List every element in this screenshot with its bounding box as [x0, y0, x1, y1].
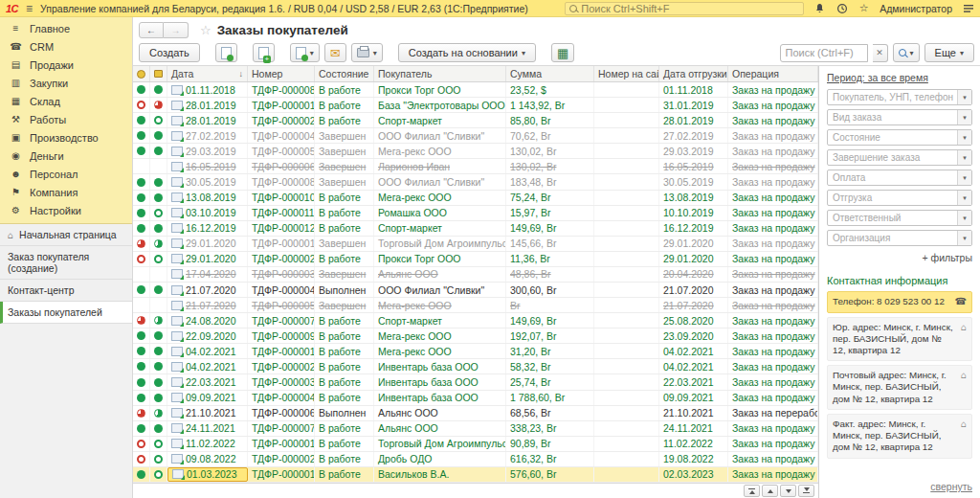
table-row[interactable]: 22.03.2021ТДФР-000003В работеИнвентарь б…	[133, 374, 818, 390]
history-icon[interactable]	[835, 2, 848, 14]
clear-search-button[interactable]: ✕	[873, 44, 888, 62]
more-button[interactable]: Еще▾	[924, 43, 974, 62]
table-row[interactable]: 29.03.2019ТДФР-000005ЗавершенМега-рекс О…	[133, 144, 818, 159]
filter-dropdown-button[interactable]: ▾	[957, 150, 971, 165]
current-user[interactable]: Администратор	[880, 3, 952, 14]
table-row[interactable]: 16.12.2019ТДФР-000012В работеСпорт-марке…	[133, 221, 818, 237]
go-to-bottom-button[interactable]	[798, 485, 814, 497]
table-row[interactable]: 22.09.2020ТДФР-000009В работеМега-рекс О…	[133, 328, 818, 344]
service-menu-icon[interactable]	[962, 2, 974, 14]
table-row[interactable]: 30.05.2019ТДФР-000008ЗавершенООО Филиал …	[133, 174, 818, 190]
table-row[interactable]: 09.08.2022ТДФР-000002В работеДробь ОДО61…	[133, 452, 818, 467]
filter-dropdown-button[interactable]: ▾	[957, 90, 971, 104]
filter-input[interactable]: Завершение заказа	[827, 149, 972, 166]
go-to-top-button[interactable]	[744, 485, 760, 497]
table-row[interactable]: 24.08.2020ТДФР-000007В работеСпорт-марке…	[133, 313, 818, 328]
table-row[interactable]: 29.01.2020ТДФР-000001ЗавершенТорговый До…	[133, 237, 818, 252]
sidebar-item-main[interactable]: ≡Главное	[0, 19, 132, 37]
favorites-star-icon[interactable]: ☆	[858, 2, 870, 14]
table-row[interactable]: 09.09.2021ТДФР-000004В работеИнвентарь б…	[133, 391, 818, 406]
column-header-state[interactable]: Состояние	[315, 66, 374, 81]
collapse-panel-link[interactable]: свернуть	[827, 477, 972, 494]
filter-dropdown-button[interactable]: ▾	[957, 231, 971, 245]
sidebar-item-works[interactable]: ⚒Работы	[0, 110, 132, 128]
contact-card[interactable]: Телефон: 8 029 523 00 12☎	[827, 291, 972, 313]
sidebar-item-warehouse[interactable]: ▦Склад	[0, 92, 132, 110]
sidebar-item-crm[interactable]: ☎CRM	[0, 37, 132, 56]
page-favorite-star-icon[interactable]: ☆	[200, 23, 212, 37]
create-button[interactable]: Создать	[139, 43, 200, 62]
sidebar-item-purchases[interactable]: ▥Закупки	[0, 74, 132, 92]
table-row[interactable]: 11.02.2022ТДФР-000001В работеТорговый До…	[133, 437, 818, 452]
filter-input[interactable]: Вид заказа	[827, 109, 972, 125]
table-row[interactable]: 01.03.2023ТДФР-000001В работеВасильков В…	[133, 467, 818, 483]
column-header-pay[interactable]	[133, 66, 150, 81]
table-row[interactable]: 04.02.2021ТДФР-000002В работеИнвентарь б…	[133, 359, 818, 374]
sidebar-item-production[interactable]: ▣Производство	[0, 128, 132, 147]
filter-input[interactable]: Отгрузка	[827, 190, 972, 206]
filter-input[interactable]: Организация	[827, 230, 972, 246]
table-row[interactable]: 28.01.2019ТДФР-000001В работеБаза "Элект…	[133, 98, 818, 113]
open-window-order-create[interactable]: Заказ покупателя (создание)	[0, 246, 132, 280]
column-header-number[interactable]: Номер	[248, 66, 315, 81]
create-new-list-button[interactable]	[215, 43, 237, 62]
sidebar-item-sales[interactable]: ▤Продажи	[0, 56, 132, 74]
sidebar-item-settings[interactable]: ⚙Настройки	[0, 201, 132, 219]
table-row[interactable]: 03.10.2019ТДФР-000011В работеРомашка ООО…	[133, 206, 818, 221]
table-row[interactable]: 21.07.2020ТДФР-000005ЗавершенМега-рекс О…	[133, 298, 818, 313]
open-window-contact-center[interactable]: Контакт-центр	[0, 280, 132, 302]
column-header-date[interactable]: Дата↓	[167, 66, 248, 81]
main-menu-icon[interactable]: ≡	[26, 2, 33, 15]
table-row[interactable]: 01.11.2018ТДФР-000008В работеПрокси Торг…	[133, 82, 818, 98]
forward-button[interactable]: →	[164, 22, 189, 38]
column-header-customer[interactable]: Покупатель	[374, 66, 506, 81]
global-search-input[interactable]: Поиск Ctrl+Shift+F	[565, 2, 804, 15]
column-header-sum[interactable]: Сумма	[506, 66, 594, 81]
table-row[interactable]: 21.07.2020ТДФР-000004ВыполненООО Филиал …	[133, 283, 818, 298]
filter-input[interactable]: Оплата	[827, 170, 972, 186]
period-link[interactable]: Период: за все время	[827, 72, 972, 83]
filter-input[interactable]: Состояние	[827, 129, 972, 146]
row-down-button[interactable]	[780, 485, 796, 497]
send-email-button[interactable]: ✉	[324, 43, 346, 62]
file-menu-button[interactable]: ▾	[290, 43, 320, 62]
contact-card[interactable]: Почтовый адрес: Минск, г. Минск, пер. БА…	[827, 365, 972, 410]
table-row[interactable]: 16.05.2019ТДФР-000006ЗавершенЛарионов Ив…	[133, 159, 818, 174]
table-row[interactable]: 21.10.2021ТДФР-000006ВыполненАльянс ООО6…	[133, 406, 818, 421]
table-row[interactable]: 27.02.2019ТДФР-000004ЗавершенООО Филиал …	[133, 128, 818, 144]
filter-dropdown-button[interactable]: ▾	[957, 191, 971, 205]
create-group-button[interactable]	[253, 43, 275, 62]
notifications-bell-icon[interactable]	[813, 2, 826, 14]
contact-card[interactable]: Факт. адрес: Минск, г. Минск, пер. БАЗИС…	[827, 414, 972, 459]
back-button[interactable]: ←	[139, 22, 164, 38]
export-table-button[interactable]: ▦	[551, 43, 574, 62]
column-header-site[interactable]: Номер на сайте	[594, 66, 659, 81]
search-settings-button[interactable]: ▾	[893, 43, 920, 62]
sidebar-item-company[interactable]: ⚑Компания	[0, 183, 132, 201]
more-filters-link[interactable]: + фильтры	[827, 252, 972, 263]
filter-dropdown-button[interactable]: ▾	[957, 110, 971, 124]
table-row[interactable]: 13.08.2019ТДФР-000010В работеМега-рекс О…	[133, 191, 818, 206]
column-header-ship[interactable]	[150, 66, 167, 81]
filter-input[interactable]: Ответственный	[827, 210, 972, 226]
open-window-customer-orders[interactable]: Заказы покупателей	[0, 302, 132, 324]
column-header-shipdate[interactable]: Дата отгрузки	[659, 66, 728, 81]
list-search-input[interactable]: Поиск (Ctrl+F)	[780, 44, 868, 62]
filter-dropdown-button[interactable]: ▾	[957, 170, 971, 185]
open-window-home[interactable]: ⌂Начальная страница	[0, 224, 132, 246]
sidebar-item-money[interactable]: ◉Деньги	[0, 147, 132, 165]
table-row[interactable]: 04.02.2021ТДФР-000001В работеМега-рекс О…	[133, 344, 818, 359]
print-menu-button[interactable]: ▾	[351, 43, 383, 62]
create-based-on-button[interactable]: Создать на основании▾	[398, 43, 536, 62]
filter-dropdown-button[interactable]: ▾	[957, 211, 971, 225]
table-row[interactable]: 17.04.2020ТДФР-000003ЗавершенАльянс ООО4…	[133, 267, 818, 283]
row-up-button[interactable]	[762, 485, 778, 497]
contact-card[interactable]: Юр. адрес: Минск, г. Минск, пер. БАЗИСНЫ…	[827, 317, 972, 362]
table-row[interactable]: 28.01.2019ТДФР-000002В работеСпорт-марке…	[133, 113, 818, 128]
column-header-op[interactable]: Операция	[728, 66, 818, 81]
filter-dropdown-button[interactable]: ▾	[957, 130, 971, 145]
table-row[interactable]: 29.01.2020ТДФР-000002В работеПрокси Торг…	[133, 252, 818, 267]
sidebar-item-personnel[interactable]: ☻Персонал	[0, 165, 132, 183]
table-row[interactable]: 24.11.2021ТДФР-000007В работеАльянс ООО3…	[133, 421, 818, 437]
filter-input[interactable]: Покупатель, УНП, телефон	[827, 89, 972, 105]
